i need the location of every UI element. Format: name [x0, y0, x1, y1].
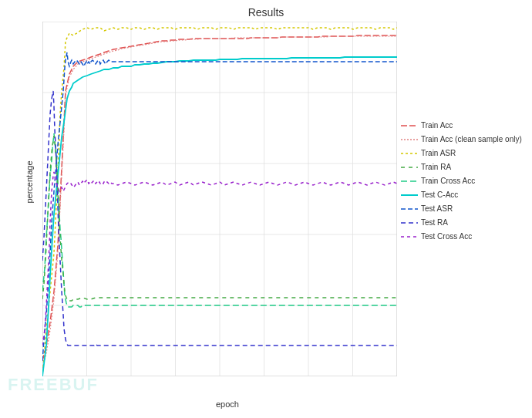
legend-item-train-acc: Train Acc: [401, 120, 522, 132]
legend-label-train-cross-acc: Train Cross Acc: [421, 175, 475, 187]
chart-title: Results: [0, 0, 532, 22]
legend-item-train-ra: Train RA: [401, 161, 522, 174]
legend-label-train-acc-clean: Train Acc (clean sample only): [421, 133, 522, 146]
legend-label-train-asr: Train ASR: [421, 147, 456, 160]
legend-item-train-acc-clean: Train Acc (clean sample only): [401, 133, 522, 146]
legend-item-test-ra: Test RA: [401, 217, 522, 229]
legend-label-train-acc: Train Acc: [421, 120, 453, 132]
legend-item-test-asr: Test ASR: [401, 203, 522, 215]
legend-label-train-ra: Train RA: [421, 161, 451, 174]
legend-line-test-asr: [401, 205, 418, 213]
x-axis-label: epoch: [216, 399, 239, 409]
legend-label-test-c-acc: Test C-Acc: [421, 189, 458, 201]
legend-line-train-acc: [401, 122, 418, 130]
chart-legend: Train Acc Train Acc (clean sample only) …: [401, 120, 522, 244]
legend-line-test-c-acc: [401, 191, 418, 199]
legend-label-test-asr: Test ASR: [421, 203, 453, 215]
legend-line-test-ra: [401, 219, 418, 227]
legend-item-test-c-acc: Test C-Acc: [401, 189, 522, 201]
legend-label-test-cross-acc: Test Cross Acc: [421, 231, 472, 243]
legend-label-test-ra: Test RA: [421, 217, 448, 229]
legend-item-train-asr: Train ASR: [401, 147, 522, 160]
y-axis-label: percentage: [25, 160, 34, 203]
chart-container: Results percentage epoch: [0, 0, 532, 418]
chart-plot-area: 0.2 0.4 0.6 0.8 1.0 0 5 10 15 20 25 30 3…: [42, 22, 397, 376]
legend-item-train-cross-acc: Train Cross Acc: [401, 175, 522, 187]
watermark: FREEBUF: [8, 375, 99, 395]
legend-item-test-cross-acc: Test Cross Acc: [401, 231, 522, 243]
legend-line-train-acc-clean: [401, 136, 418, 143]
legend-line-train-asr: [401, 150, 418, 157]
legend-line-train-cross-acc: [401, 177, 418, 185]
legend-line-test-cross-acc: [401, 233, 418, 241]
legend-line-train-ra: [401, 163, 418, 171]
